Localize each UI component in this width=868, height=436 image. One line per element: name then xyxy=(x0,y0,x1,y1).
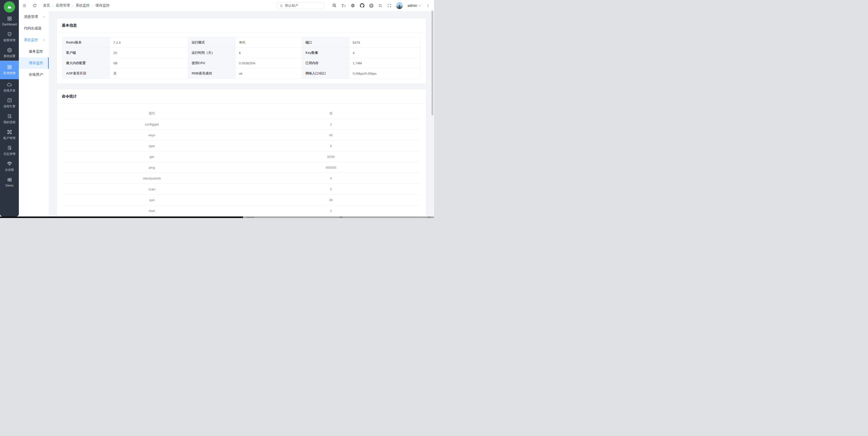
submenu-item-label: 服务监控 xyxy=(29,49,43,54)
command-count: 1 xyxy=(242,205,421,216)
sidebar-item-permissions[interactable]: 权限管理 xyxy=(0,29,19,45)
sidebar-item-tenant-management[interactable]: 租户管理 xyxy=(0,127,19,143)
command-count: 459355 xyxy=(242,162,421,173)
command-count: 5 xyxy=(242,184,421,195)
globe-icon xyxy=(350,3,355,8)
command-name: config|get xyxy=(62,119,242,130)
command-count: 6 xyxy=(242,141,421,151)
sidebar-item-enterprise[interactable]: 企业版 xyxy=(0,158,19,174)
card-title: 基本信息 xyxy=(57,18,426,33)
sidebar-item-system-settings[interactable]: 系统设置 xyxy=(0,45,19,61)
fullscreen-button[interactable] xyxy=(387,3,391,7)
cloud-icon xyxy=(7,82,12,87)
info-label: AOF是否开启 xyxy=(63,68,110,79)
chevron-down-icon xyxy=(418,4,421,7)
info-label: 已用内存 xyxy=(302,58,349,68)
table-row: AOF是否开启 是 RDB是否成功 ok 网络入口/出口 0.00kps/0.0… xyxy=(63,68,421,79)
sidebar-item-demo[interactable]: Demo xyxy=(0,174,19,190)
basic-info-card: 基本信息 Redis版本 7.2.4 运行模式 单机 端口 6379 xyxy=(57,18,426,84)
breadcrumb-app-management[interactable]: 应用管理 xyxy=(56,3,70,8)
info-label: 使用CPU xyxy=(188,58,235,68)
vertical-scrollbar-thumb[interactable] xyxy=(432,10,433,115)
sidebar-item-label: 我的流程 xyxy=(3,120,16,124)
command-name: scan xyxy=(62,184,242,195)
info-value: 4 xyxy=(349,48,420,58)
search-button[interactable] xyxy=(378,3,382,8)
submenu-item-code-generator[interactable]: 代码生成器 xyxy=(19,23,49,34)
app-window: Dashboard 权限管理 系统设置 应用管理 xyxy=(0,0,434,218)
translate-icon xyxy=(332,3,337,8)
submenu-item-label: 代码生成器 xyxy=(24,26,41,31)
document-user-icon xyxy=(7,113,12,119)
sliver-text: iconfont-wou7 xyxy=(247,216,254,218)
command-name: type xyxy=(62,141,242,151)
sidebar-item-process-engine[interactable]: 流程引擎 xyxy=(0,95,19,111)
info-label: Key数量 xyxy=(302,48,349,58)
sliver-text: 2024 xyxy=(428,216,431,218)
info-value: 25 xyxy=(110,48,188,58)
refresh-button[interactable] xyxy=(33,3,37,8)
submenu-item-cache-monitor[interactable]: 缓存监控 xyxy=(19,57,49,69)
sidebar-item-online-dev[interactable]: 在线开发 xyxy=(0,79,19,95)
app-logo[interactable] xyxy=(4,1,15,12)
table-row: client|setinfo 0 xyxy=(62,173,421,184)
table-row: 最大内存配置 0B 使用CPU 0.053825% 已用内存 1.74M xyxy=(63,58,421,68)
search-icon xyxy=(378,3,382,8)
sidebar-item-label: 权限管理 xyxy=(3,38,16,42)
command-count: 2 xyxy=(242,119,421,130)
sidebar-item-label: 企业版 xyxy=(5,168,14,172)
table-row: 客户端 25 运行时间（天） 6 Key数量 4 xyxy=(63,48,421,58)
more-menu-button[interactable] xyxy=(426,3,430,7)
translate-button[interactable] xyxy=(332,3,337,8)
command-stats-card: 命令统计 属性 值 config|get 2 keys 45 xyxy=(57,89,426,216)
user-menu[interactable]: admin xyxy=(408,3,421,7)
collapse-sidebar-button[interactable] xyxy=(22,3,27,8)
table-row: keys 45 xyxy=(62,130,421,141)
submenu-item-online-users[interactable]: 在线用户 xyxy=(19,69,49,81)
command-count: 8208 xyxy=(242,151,421,162)
table-row: scan 5 xyxy=(62,184,421,195)
card-title: 命令统计 xyxy=(57,89,426,104)
font-size-button[interactable]: TT xyxy=(342,3,346,8)
outdent-icon xyxy=(22,3,27,8)
info-label: 最大内存配置 xyxy=(63,58,110,68)
sidebar-item-label: Dashboard xyxy=(2,23,17,26)
chevron-up-icon xyxy=(42,39,45,41)
column-header-attribute: 属性 xyxy=(62,108,242,119)
github-button[interactable] xyxy=(360,3,364,8)
command-name: quit xyxy=(62,195,242,205)
sidebar-item-label: 在线开发 xyxy=(3,88,16,93)
gitee-icon[interactable]: G xyxy=(369,3,373,8)
info-value: 7.2.4 xyxy=(110,37,188,48)
sidebar-item-log-management[interactable]: 日志管理 xyxy=(0,143,19,158)
breadcrumb-separator: › xyxy=(52,3,54,8)
sidebar-item-my-process[interactable]: 我的流程 xyxy=(0,111,19,127)
sidebar-item-dashboard[interactable]: Dashboard xyxy=(0,13,19,29)
tenant-select-value: 默认租户 xyxy=(285,3,298,8)
user-avatar[interactable] xyxy=(396,2,403,9)
breadcrumb-system-monitor[interactable]: 系统监控 xyxy=(75,3,90,8)
info-label: 客户端 xyxy=(63,48,110,58)
info-value: 是 xyxy=(110,68,188,79)
command-count: 0 xyxy=(242,173,421,184)
info-label: 端口 xyxy=(302,37,349,48)
github-icon xyxy=(360,3,364,8)
sidebar-item-label: 租户管理 xyxy=(3,136,16,140)
document-check-icon xyxy=(7,145,12,151)
command-count: 36 xyxy=(242,195,421,205)
sidebar-item-app-management[interactable]: 应用管理 xyxy=(0,61,19,79)
language-button[interactable] xyxy=(350,3,355,8)
submenu-item-service-monitor[interactable]: 服务监控 xyxy=(19,46,49,57)
info-value: 6379 xyxy=(349,37,420,48)
info-label: 运行时间（天） xyxy=(188,48,235,58)
tenant-select[interactable]: 默认租户 xyxy=(277,2,324,9)
table-row: ping 459355 xyxy=(62,162,421,173)
submenu-item-label: 缓存监控 xyxy=(29,61,43,65)
submenu-item-label: 消息管理 xyxy=(24,14,38,19)
submenu-item-system-monitor[interactable]: 系统监控 xyxy=(19,34,49,46)
info-value: 0.053825% xyxy=(235,58,302,68)
submenu-item-message-management[interactable]: 消息管理 xyxy=(19,11,49,23)
breadcrumb-home[interactable]: 首页 xyxy=(43,3,50,8)
command-name: keys xyxy=(62,130,242,141)
table-row: quit 36 xyxy=(62,195,421,205)
